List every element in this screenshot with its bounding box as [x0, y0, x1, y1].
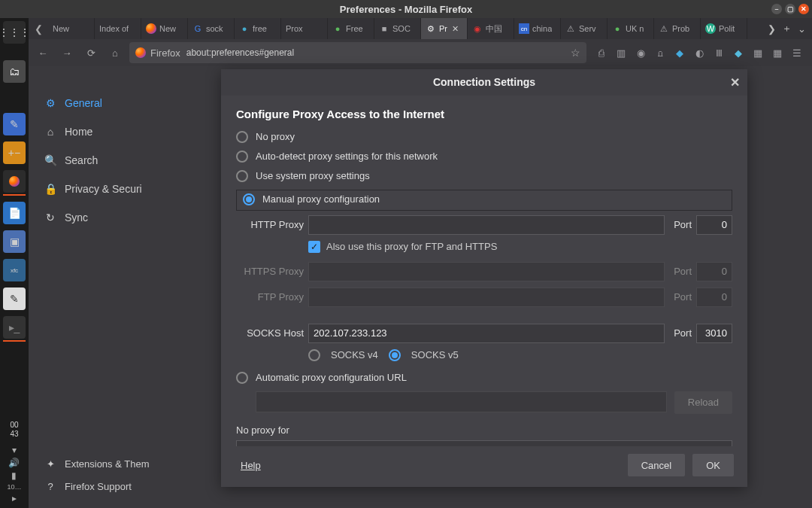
sidebar-item-label: Extensions & Them	[65, 458, 149, 470]
window-close-icon[interactable]: ✕	[798, 4, 809, 14]
back-button[interactable]: ←	[33, 43, 53, 62]
library-icon[interactable]: ⎙	[594, 47, 609, 59]
firefox-window: ❮ New Index of New Gsock ●free Prox ●Fre…	[29, 18, 812, 508]
writer-icon[interactable]: ✎	[3, 113, 26, 135]
home-button[interactable]: ⌂	[105, 43, 125, 62]
radio-auto-detect[interactable]: Auto-detect proxy settings for this netw…	[236, 151, 732, 163]
radio-system-proxy[interactable]: Use system proxy settings	[236, 170, 732, 182]
sidebar-item-extensions[interactable]: ✦ Extensions & Them	[39, 452, 149, 475]
sidebar-item-label: Firefox Support	[65, 481, 132, 492]
forward-button[interactable]: →	[57, 43, 77, 62]
radio-pac[interactable]: Automatic proxy configuration URL	[236, 372, 732, 384]
tab-strip: ❮ New Index of New Gsock ●free Prox ●Fre…	[29, 18, 812, 39]
sidebar-item-search[interactable]: 🔍 Search	[39, 146, 156, 175]
tab: ◉中国	[468, 18, 514, 39]
account-icon[interactable]: ◉	[633, 47, 648, 59]
calc-icon[interactable]: +−	[3, 141, 26, 164]
pocket-icon[interactable]: ⩍	[653, 47, 668, 59]
sidebar-item-label: Privacy & Securi	[65, 183, 142, 195]
socks-host-label: SOCKS Host	[236, 327, 304, 339]
radio-manual-proxy[interactable]: Manual proxy configuration	[243, 193, 726, 205]
no-proxy-for-input[interactable]	[236, 440, 732, 446]
extension-icon[interactable]: Ⅲ	[711, 47, 726, 59]
radio-no-proxy[interactable]: No proxy	[236, 131, 732, 143]
screenshot-icon[interactable]: ▣	[3, 230, 26, 253]
expand-icon[interactable]: ▸	[12, 493, 17, 503]
tab-scroll-right[interactable]: ❯	[768, 23, 776, 35]
also-use-checkbox[interactable]: ✓ Also use this proxy for FTP and HTTPS	[308, 241, 732, 253]
battery-text: 10…	[7, 483, 21, 491]
ftp-proxy-input	[308, 287, 665, 307]
tab: New	[48, 18, 95, 39]
socks-v5-radio[interactable]	[389, 349, 401, 361]
http-proxy-label: HTTP Proxy	[236, 219, 304, 230]
socks-host-input[interactable]	[308, 324, 665, 343]
sidebar-item-label: Home	[65, 126, 92, 138]
preferences-content: ⚙ General ⌂ Home 🔍 Search 🔒 Privacy & Se…	[29, 66, 812, 508]
window-min-icon[interactable]: –	[771, 4, 782, 14]
apps-grid-icon[interactable]: ⋮⋮⋮	[3, 21, 26, 44]
dialog-heading: Configure Proxy Access to the Internet	[236, 108, 732, 120]
terminal-icon[interactable]: ▸_	[3, 316, 26, 339]
editor-icon[interactable]: ✎	[3, 287, 26, 310]
document-icon[interactable]: 📄	[3, 202, 26, 224]
tab: Prox	[281, 18, 328, 39]
tab: ●UK n	[607, 18, 654, 39]
help-button[interactable]: Help	[235, 454, 267, 476]
sidebar-item-support[interactable]: ? Firefox Support	[39, 475, 149, 497]
cancel-button[interactable]: Cancel	[628, 454, 685, 476]
close-tab-icon[interactable]: ✕	[452, 24, 459, 34]
extension-icon[interactable]: ◐	[692, 47, 707, 59]
ftp-proxy-label: FTP Proxy	[236, 291, 304, 303]
volume-icon[interactable]: 🔊	[8, 458, 20, 468]
dialog-body: Configure Proxy Access to the Internet N…	[221, 96, 747, 446]
firefox-dock-icon[interactable]	[3, 170, 26, 193]
reload-button[interactable]: ⟳	[81, 43, 101, 62]
port-label: Port	[669, 219, 692, 230]
tab: ●free	[235, 18, 281, 39]
all-tabs-button[interactable]: ⌄	[798, 23, 806, 35]
bookmark-star-icon[interactable]: ☆	[571, 47, 580, 59]
close-dialog-icon[interactable]: ✕	[730, 75, 740, 90]
sidebar-item-home[interactable]: ⌂ Home	[39, 117, 156, 146]
reload-button: Reload	[674, 391, 732, 414]
extension-icon[interactable]: ▦	[750, 47, 765, 59]
extension-icon[interactable]: ▦	[770, 47, 785, 59]
tab: ■SOC	[374, 18, 421, 39]
url-bar[interactable]: Firefox about:preferences#general ☆	[129, 42, 586, 63]
tab: Index of	[95, 18, 141, 39]
home-icon: ⌂	[44, 126, 57, 138]
extension-icon[interactable]: ◆	[731, 47, 746, 59]
tab: New	[141, 18, 188, 39]
menu-button[interactable]: ☰	[789, 47, 804, 59]
socks-port-input[interactable]	[696, 324, 732, 343]
dialog-footer: Help Cancel OK	[221, 446, 747, 487]
battery-icon[interactable]: ▮	[11, 470, 17, 481]
socks-v4-radio[interactable]	[308, 349, 320, 361]
sidebar-item-privacy[interactable]: 🔒 Privacy & Securi	[39, 175, 156, 203]
gear-icon: ⚙	[426, 23, 436, 34]
files-icon[interactable]: 🗂	[3, 60, 26, 83]
xfce-icon[interactable]: xfc	[3, 259, 26, 281]
sidebar-item-label: Sync	[65, 211, 88, 224]
sidebar-icon[interactable]: ▥	[614, 47, 629, 59]
port-label: Port	[669, 327, 692, 339]
ok-button[interactable]: OK	[692, 454, 734, 476]
tab-scroll-left[interactable]: ❮	[29, 18, 48, 39]
new-tab-button[interactable]: ＋	[782, 22, 792, 35]
window-title: Preferences - Mozilla Firefox	[340, 4, 472, 15]
help-icon: ?	[44, 481, 57, 492]
window-max-icon[interactable]: ▢	[785, 4, 795, 14]
wifi-icon[interactable]: ▾	[12, 445, 17, 455]
no-proxy-for-label: No proxy for	[236, 424, 732, 436]
https-proxy-input	[308, 262, 665, 281]
active-indicator	[3, 194, 26, 196]
favicon: ●	[612, 23, 623, 34]
search-icon: 🔍	[44, 154, 57, 166]
sidebar-item-general[interactable]: ⚙ General	[39, 89, 156, 117]
window-titlebar: Preferences - Mozilla Firefox – ▢ ✕	[0, 0, 812, 18]
http-proxy-input[interactable]	[308, 215, 665, 235]
http-port-input[interactable]	[696, 215, 732, 235]
extension-icon[interactable]: ◆	[672, 47, 687, 59]
sidebar-item-sync[interactable]: ↻ Sync	[39, 203, 156, 232]
